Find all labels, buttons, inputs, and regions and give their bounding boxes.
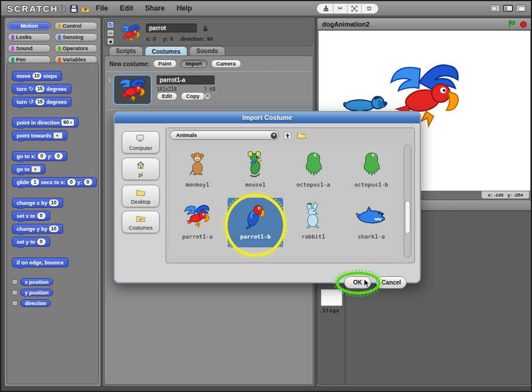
green-flag-icon[interactable]: [508, 20, 516, 31]
ok-button[interactable]: OK: [344, 276, 371, 289]
file-item-octopus1-a[interactable]: octopus1-a: [284, 145, 342, 197]
file-item[interactable]: [226, 249, 284, 258]
import-button[interactable]: Import: [180, 60, 207, 68]
block-number-field[interactable]: 10: [33, 73, 41, 79]
palette-block[interactable]: point in direction90▾: [12, 117, 79, 128]
file-item[interactable]: [168, 249, 226, 258]
left-right-style-icon[interactable]: ↔: [107, 30, 114, 37]
copy-button[interactable]: Copy: [181, 92, 205, 100]
palette-block[interactable]: if on edge, bounce: [12, 257, 69, 267]
menu-edit[interactable]: Edit: [120, 4, 134, 12]
block-number-field[interactable]: 10: [49, 200, 58, 206]
block-number-field[interactable]: 1: [31, 179, 39, 185]
costume-name-input[interactable]: [157, 76, 215, 84]
block-number-field[interactable]: 15: [35, 86, 44, 92]
block-number-field[interactable]: 0: [37, 239, 46, 245]
reporter-checkbox[interactable]: [12, 279, 18, 285]
place-computer[interactable]: Computer: [122, 131, 160, 153]
category-looks[interactable]: Looks: [8, 33, 51, 41]
category-operators[interactable]: Operators: [54, 44, 98, 53]
scissors-delete-icon[interactable]: ✂: [333, 4, 348, 13]
menu-file[interactable]: File: [96, 4, 108, 12]
save-icon[interactable]: [69, 4, 79, 14]
palette-block[interactable]: set x to0: [12, 211, 50, 221]
stage-thumbnail[interactable]: [321, 289, 342, 306]
language-globe-icon[interactable]: [57, 4, 67, 14]
palette-block[interactable]: change x by10: [12, 198, 63, 208]
sprite-name-input[interactable]: [146, 24, 197, 32]
block-number-field[interactable]: 0: [37, 213, 46, 219]
normal-stage-mode-icon[interactable]: [503, 5, 513, 12]
palette-block[interactable]: point towards▾: [12, 130, 67, 141]
tab-costumes[interactable]: Costumes: [145, 46, 187, 55]
block-dropdown[interactable]: ▾: [31, 166, 41, 172]
block-number-field[interactable]: 10: [49, 226, 58, 232]
costume-thumbnail[interactable]: [113, 74, 152, 105]
palette-block[interactable]: set y to0: [12, 237, 50, 247]
file-scrollbar[interactable]: [404, 145, 411, 258]
place-home[interactable]: pi: [122, 158, 160, 180]
place-desktop[interactable]: Desktop: [122, 185, 160, 207]
share-upload-icon[interactable]: [80, 4, 90, 14]
block-number-field[interactable]: 15: [35, 99, 44, 105]
menu-help[interactable]: Help: [177, 4, 192, 12]
palette-block[interactable]: move10steps: [12, 71, 62, 81]
palette-block[interactable]: y position: [20, 289, 53, 296]
block-dropdown[interactable]: ▾: [53, 132, 63, 139]
lock-icon[interactable]: [203, 24, 208, 35]
duplicate-stamp-icon[interactable]: [319, 4, 333, 13]
presentation-mode-icon[interactable]: [516, 5, 526, 12]
paint-button[interactable]: Paint: [153, 60, 177, 68]
file-item-octopus1-b[interactable]: octopus1-b: [342, 145, 400, 197]
palette-block[interactable]: glide1secs to x:0y:0: [12, 177, 97, 187]
small-stage-mode-icon[interactable]: [490, 5, 500, 12]
block-number-field[interactable]: 0: [67, 179, 76, 185]
palette-block[interactable]: go to x:0y:0: [12, 151, 67, 161]
file-item-parrot1-b[interactable]: parrot1-b: [228, 198, 283, 247]
palette-block[interactable]: change y by10: [12, 224, 63, 234]
shrink-sprite-icon[interactable]: [362, 4, 376, 13]
place-costumes[interactable]: Costumes: [122, 211, 160, 233]
file-item-monkey1[interactable]: monkey1: [168, 145, 226, 197]
dialog-title[interactable]: Import Costume: [115, 112, 420, 123]
category-sensing[interactable]: Sensing: [54, 33, 98, 41]
category-control[interactable]: Control: [54, 22, 98, 30]
category-sound[interactable]: Sound: [8, 44, 51, 53]
stop-button[interactable]: [520, 21, 527, 28]
file-item-rabbit1[interactable]: rabbit1: [284, 197, 342, 249]
block-number-field[interactable]: 0: [84, 179, 92, 185]
palette-block[interactable]: turn↻15degrees: [12, 84, 72, 94]
reporter-checkbox[interactable]: [12, 290, 18, 295]
block-number-field[interactable]: 0: [38, 153, 46, 159]
tab-sounds[interactable]: Sounds: [189, 46, 225, 55]
up-directory-icon[interactable]: [283, 131, 293, 140]
file-item-parrot1-a[interactable]: parrot1-a: [168, 197, 226, 249]
tab-scripts[interactable]: Scripts: [109, 46, 143, 55]
palette-block[interactable]: direction: [20, 299, 51, 307]
scrollbar-thumb[interactable]: [405, 201, 410, 234]
new-folder-icon[interactable]: [296, 131, 306, 140]
rotate-style-icon[interactable]: ↻: [107, 21, 114, 28]
folder-dropdown[interactable]: Animals ▾: [170, 130, 279, 140]
palette-block[interactable]: turn↺15degrees: [12, 97, 72, 107]
edit-button[interactable]: Edit: [157, 92, 177, 100]
dialog-places: Computer pi Desktop Costumes: [122, 123, 161, 282]
no-rotate-style-icon[interactable]: ▪: [107, 38, 114, 45]
file-item-mouse1[interactable]: mouse1: [226, 145, 284, 197]
category-motion[interactable]: Motion: [8, 22, 51, 30]
block-number-field[interactable]: 0: [54, 153, 63, 159]
palette-block[interactable]: x position: [20, 278, 53, 286]
cancel-button[interactable]: Cancel: [376, 276, 407, 289]
sprite-thumbnail[interactable]: [118, 21, 144, 45]
grow-sprite-icon[interactable]: [348, 4, 362, 13]
file-label: shark1-a: [358, 233, 385, 240]
reporter-checkbox[interactable]: [12, 300, 18, 306]
palette-block[interactable]: go to▾: [12, 164, 46, 174]
file-item[interactable]: [342, 249, 400, 258]
block-number-dropdown[interactable]: 90▾: [61, 119, 74, 126]
file-item[interactable]: [284, 249, 342, 258]
file-item-shark1-a[interactable]: shark1-a: [342, 197, 400, 249]
menu-share[interactable]: Share: [145, 4, 164, 12]
camera-button[interactable]: Camera: [211, 60, 241, 68]
delete-costume-icon[interactable]: ✕: [204, 93, 211, 100]
